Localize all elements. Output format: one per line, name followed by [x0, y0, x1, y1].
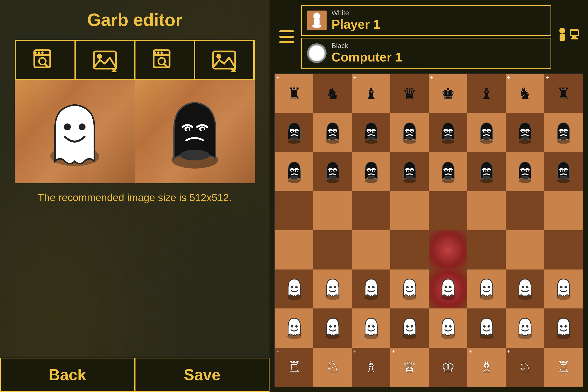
- cell-7-0[interactable]: +♖: [275, 348, 313, 387]
- cell-4-2[interactable]: [352, 230, 390, 270]
- cell-5-3[interactable]: [390, 270, 429, 309]
- svg-point-128: [522, 170, 524, 172]
- cell-4-5[interactable]: [467, 230, 506, 270]
- cell-3-2[interactable]: [352, 191, 390, 230]
- svg-point-19: [216, 54, 221, 59]
- cell-3-5[interactable]: [467, 191, 506, 230]
- cell-5-2[interactable]: [352, 270, 390, 309]
- svg-point-134: [560, 170, 562, 172]
- piece-black-knight: ♞: [326, 86, 340, 102]
- cell-5-1[interactable]: [313, 270, 352, 309]
- cell-6-7[interactable]: [544, 308, 582, 348]
- cell-4-1[interactable]: [313, 230, 352, 270]
- cell-1-4[interactable]: [429, 113, 467, 152]
- black-player-info: Black Computer 1: [332, 42, 402, 64]
- cell-3-4[interactable]: [429, 191, 467, 230]
- piece-white-pawn: [478, 317, 495, 339]
- piece-white-pawn: [478, 278, 495, 300]
- cell-1-6[interactable]: [506, 113, 544, 152]
- menu-line-1: [279, 30, 294, 32]
- image-white-icon-cell[interactable]: [75, 40, 135, 80]
- cell-2-0[interactable]: [275, 152, 313, 191]
- cell-2-3[interactable]: [390, 152, 429, 191]
- save-button[interactable]: Save: [135, 358, 270, 392]
- cell-0-5[interactable]: ♝: [467, 74, 506, 113]
- cell-7-2[interactable]: +♗: [352, 348, 390, 387]
- svg-point-50: [330, 130, 332, 132]
- cell-6-5[interactable]: [467, 308, 506, 348]
- cell-0-4[interactable]: +♚: [429, 74, 467, 113]
- cell-1-7[interactable]: [544, 113, 582, 152]
- back-button[interactable]: Back: [0, 358, 135, 392]
- white-piece-svg: [40, 92, 109, 171]
- svg-point-87: [565, 130, 567, 132]
- piece-black-pawn: [478, 161, 495, 183]
- cell-6-2[interactable]: [352, 308, 390, 348]
- menu-button[interactable]: [274, 5, 299, 68]
- cell-0-0[interactable]: +♜: [275, 74, 313, 113]
- svg-point-107: [403, 178, 416, 183]
- chess-area: +♜♞+♝♛+♚♝+♞+♜: [270, 71, 588, 392]
- svg-point-82: [521, 136, 529, 140]
- cell-5-7[interactable]: [544, 270, 582, 309]
- browse-white-icon-cell[interactable]: [16, 40, 75, 80]
- cell-4-7[interactable]: [544, 230, 582, 270]
- svg-point-62: [407, 130, 409, 132]
- cell-1-0[interactable]: [275, 113, 313, 152]
- cell-6-4[interactable]: [429, 308, 467, 348]
- cell-2-6[interactable]: [506, 152, 544, 191]
- cell-5-4[interactable]: [429, 270, 467, 309]
- cell-4-4[interactable]: [429, 230, 467, 270]
- cell-2-5[interactable]: [467, 152, 506, 191]
- cell-7-6[interactable]: +♘: [506, 348, 544, 387]
- svg-point-110: [407, 170, 409, 172]
- cell-0-3[interactable]: ♛: [390, 74, 429, 113]
- svg-point-144: [368, 286, 370, 288]
- cell-3-7[interactable]: [544, 191, 582, 230]
- cell-5-6[interactable]: [506, 270, 544, 309]
- cell-4-6[interactable]: [506, 230, 544, 270]
- cell-5-5[interactable]: [467, 270, 506, 309]
- cell-3-3[interactable]: [390, 191, 429, 230]
- cell-3-0[interactable]: [275, 191, 313, 230]
- cell-0-2[interactable]: +♝: [352, 74, 390, 113]
- cell-0-6[interactable]: +♞: [506, 74, 544, 113]
- svg-point-131: [557, 178, 570, 183]
- browse-black-icon-cell[interactable]: [135, 40, 194, 80]
- cell-2-4[interactable]: [429, 152, 467, 191]
- cell-1-5[interactable]: [467, 113, 506, 152]
- human-vs-computer-icon: [556, 24, 581, 49]
- cell-1-1[interactable]: [313, 113, 352, 152]
- cell-1-2[interactable]: [352, 113, 390, 152]
- cell-4-3[interactable]: [390, 230, 429, 270]
- cell-4-0[interactable]: [275, 230, 313, 270]
- svg-point-65: [442, 140, 454, 144]
- svg-point-112: [406, 176, 414, 179]
- piece-black-rook: ♜: [287, 86, 301, 102]
- piece-white-pawn: [286, 317, 303, 339]
- cell-7-7[interactable]: ♖: [544, 348, 582, 387]
- svg-point-124: [483, 176, 490, 179]
- svg-point-141: [329, 286, 332, 288]
- chess-board[interactable]: +♜♞+♝♛+♚♝+♞+♜: [274, 74, 583, 387]
- cell-2-7[interactable]: [544, 152, 582, 191]
- cell-6-1[interactable]: [313, 308, 352, 348]
- cell-6-0[interactable]: [275, 308, 313, 348]
- cell-2-2[interactable]: [352, 152, 390, 191]
- cell-0-1[interactable]: ♞: [313, 74, 352, 113]
- cell-5-0[interactable]: [275, 270, 313, 309]
- svg-point-166: [334, 325, 336, 328]
- cell-6-3[interactable]: [390, 308, 429, 348]
- cell-2-1[interactable]: [313, 152, 352, 191]
- cell-3-6[interactable]: [506, 191, 544, 230]
- cell-1-3[interactable]: [390, 113, 429, 152]
- cell-7-1[interactable]: ♘: [313, 348, 352, 387]
- cell-3-1[interactable]: [313, 191, 352, 230]
- cell-7-3[interactable]: +♕: [390, 348, 429, 387]
- cell-7-5[interactable]: +♗: [467, 348, 506, 387]
- cell-7-4[interactable]: ♔: [429, 348, 467, 387]
- svg-point-148: [410, 286, 413, 288]
- image-black-icon-cell[interactable]: [194, 40, 254, 80]
- cell-6-6[interactable]: [506, 308, 544, 348]
- cell-0-7[interactable]: +♜: [544, 74, 582, 113]
